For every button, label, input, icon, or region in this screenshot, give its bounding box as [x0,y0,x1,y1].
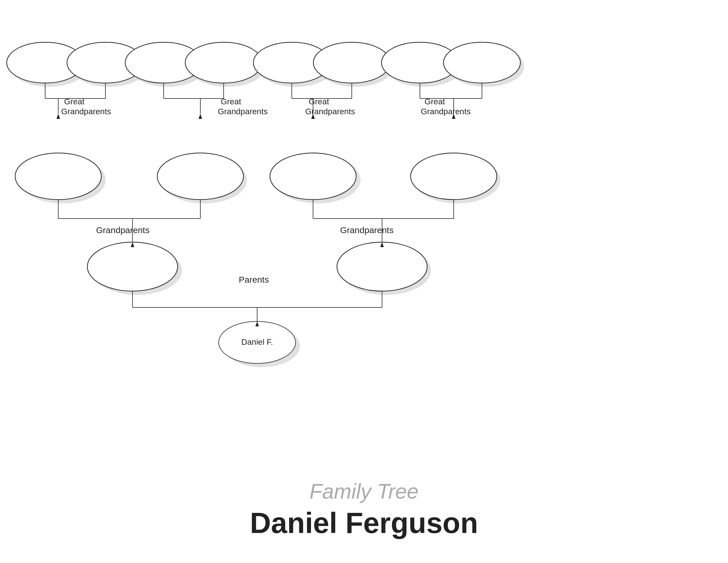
parents-label: Parents [239,275,269,285]
svg-point-26 [411,153,497,199]
footer-subtitle: Family Tree [0,479,728,503]
svg-text:Grandparents: Grandparents [61,107,111,116]
svg-text:Great: Great [309,97,329,106]
svg-point-24 [157,153,243,199]
svg-text:Great: Great [221,97,241,106]
svg-text:Great: Great [64,97,84,106]
svg-text:Grandparents: Grandparents [218,107,268,116]
svg-point-20 [313,42,390,83]
footer: Family Tree Daniel Ferguson [0,479,728,540]
svg-point-28 [337,242,427,291]
svg-text:Grandparents: Grandparents [421,107,471,116]
grandparents-left-label: Grandparents [96,225,149,235]
svg-point-27 [87,242,178,291]
grandparents-right-label: Grandparents [340,225,393,235]
svg-point-18 [185,42,262,83]
svg-point-23 [15,153,101,199]
svg-marker-49 [56,114,60,119]
svg-text:Great: Great [425,97,445,106]
svg-point-25 [270,153,356,199]
svg-marker-54 [199,114,202,119]
subject-label: Daniel F. [241,338,273,347]
svg-point-22 [443,42,520,83]
svg-text:Grandparents: Grandparents [305,107,355,116]
footer-title: Daniel Ferguson [0,506,728,540]
